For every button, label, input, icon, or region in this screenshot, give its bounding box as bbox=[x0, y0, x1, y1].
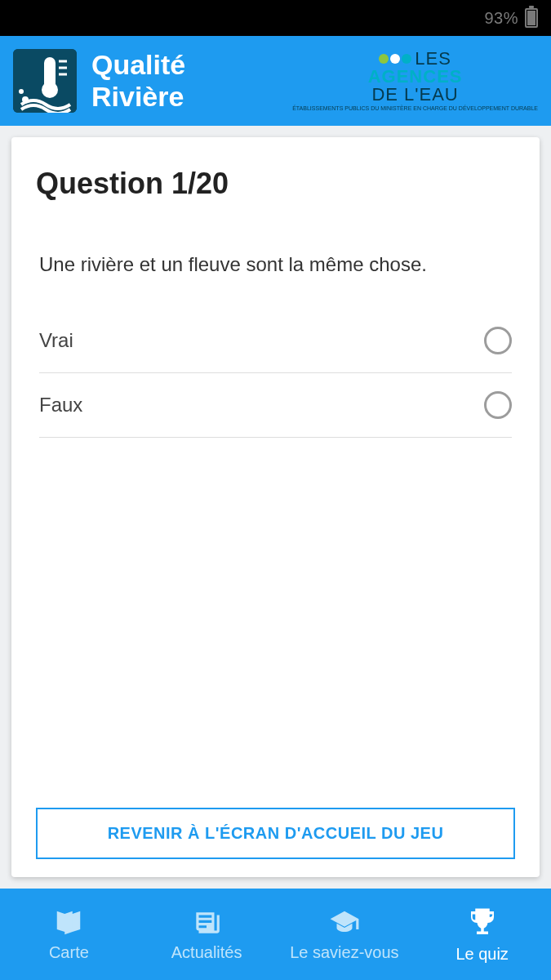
nav-label: Actualités bbox=[171, 943, 242, 962]
app-logo-icon bbox=[13, 49, 77, 113]
nav-label: Le saviez-vous bbox=[290, 943, 398, 962]
nav-label: Carte bbox=[49, 943, 89, 962]
brand-text: DE L'EAU bbox=[371, 86, 458, 104]
radio-icon bbox=[484, 391, 512, 419]
svg-point-4 bbox=[42, 82, 58, 98]
answer-label: Faux bbox=[39, 394, 82, 416]
app-title: Qualité Rivière bbox=[91, 49, 278, 113]
nav-label: Le quiz bbox=[455, 945, 509, 964]
trophy-icon bbox=[465, 906, 500, 940]
nav-item-actualites[interactable]: Actualités bbox=[138, 889, 276, 980]
brand-dot-icon bbox=[402, 54, 411, 64]
answer-option-faux[interactable]: Faux bbox=[39, 373, 512, 438]
question-counter: Question 1/20 bbox=[36, 167, 515, 201]
brand-text: AGENCES bbox=[368, 68, 463, 86]
app-header: Qualité Rivière LES AGENCES DE L'EAU ÉTA… bbox=[0, 36, 551, 126]
radio-icon bbox=[484, 327, 512, 354]
learn-icon bbox=[329, 907, 360, 938]
answer-label: Vrai bbox=[39, 329, 73, 352]
map-icon bbox=[53, 907, 84, 938]
status-bar: 93% bbox=[0, 0, 551, 36]
bottom-nav: Carte Actualités Le saviez-vous Le quiz bbox=[0, 889, 551, 980]
brand-dot-icon bbox=[379, 54, 389, 64]
nav-item-carte[interactable]: Carte bbox=[0, 889, 138, 980]
brand-subtext: ÉTABLISSEMENTS PUBLICS DU MINISTÈRE EN C… bbox=[292, 105, 538, 112]
answer-option-vrai[interactable]: Vrai bbox=[39, 309, 512, 373]
battery-icon bbox=[525, 8, 538, 28]
brand-dot-icon bbox=[390, 54, 400, 64]
return-home-button[interactable]: REVENIR À L'ÉCRAN D'ACCUEIL DU JEU bbox=[36, 808, 515, 859]
battery-percent: 93% bbox=[484, 9, 518, 28]
nav-item-saviez-vous[interactable]: Le saviez-vous bbox=[276, 889, 414, 980]
news-icon bbox=[191, 907, 222, 938]
brand-logo: LES AGENCES DE L'EAU ÉTABLISSEMENTS PUBL… bbox=[292, 50, 538, 112]
main-content: Question 1/20 Une rivière et un fleuve s… bbox=[0, 126, 551, 889]
svg-point-2 bbox=[19, 89, 24, 94]
nav-item-quiz[interactable]: Le quiz bbox=[413, 889, 551, 980]
question-text: Une rivière et un fleuve sont la même ch… bbox=[39, 253, 512, 276]
quiz-card: Question 1/20 Une rivière et un fleuve s… bbox=[11, 137, 540, 877]
brand-text: LES bbox=[415, 50, 451, 68]
